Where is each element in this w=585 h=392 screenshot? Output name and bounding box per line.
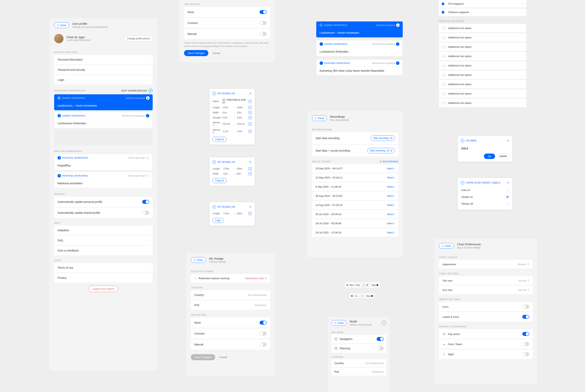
inactive-hud-row[interactable]: +Additional hud option xyxy=(439,33,526,42)
toggle-switch[interactable] xyxy=(260,321,267,324)
save-button[interactable]: Save Changes xyxy=(191,354,215,360)
select-link[interactable]: Select› xyxy=(387,186,395,188)
active-hud-row[interactable]: ETA waypoint--- xyxy=(439,0,526,8)
workspace-card[interactable]: SHARED WORKSPACERemove from quickstart− … xyxy=(316,40,403,56)
cancel-button[interactable]: Cancel xyxy=(497,154,510,159)
plus-icon[interactable]: + xyxy=(442,36,446,39)
inactive-hud-row[interactable]: +Additional hud option xyxy=(439,61,526,70)
workspace-card[interactable]: SHARED WORKSPACE Remove from quickstart−… xyxy=(54,112,153,128)
deselect-route-link[interactable]: Deselecteer route✕ xyxy=(245,277,267,280)
toggle-switch[interactable] xyxy=(260,342,267,346)
stepper-icon[interactable]: ▲▼ xyxy=(528,263,529,266)
remove-icon[interactable]: − xyxy=(396,42,399,46)
ok-button[interactable]: Ok xyxy=(484,154,495,159)
close-icon[interactable]: ✕ xyxy=(506,139,510,142)
copy-icon[interactable]: ⎘ xyxy=(248,167,252,170)
select-link[interactable]: Select› xyxy=(387,231,395,234)
inactive-hud-row[interactable]: +Additional hud option xyxy=(439,98,526,107)
ws-action[interactable]: Add to quick start xyxy=(128,157,145,159)
stepper-icon[interactable]: ▲▼ xyxy=(528,288,529,292)
row-helpdesk[interactable]: Helpdesk› xyxy=(54,226,153,235)
ws-action[interactable]: Remove from quickstart xyxy=(372,43,395,45)
remove-icon[interactable]: − xyxy=(396,61,399,65)
toggle-switch[interactable] xyxy=(522,352,529,356)
inactive-hud-row[interactable]: +Additional hud option xyxy=(439,89,526,98)
copy-icon[interactable]: ⎘ xyxy=(248,106,252,109)
change-picture-button[interactable]: Change profile picture xyxy=(124,36,153,41)
workspace-card[interactable]: PERSONAL WORKSPACERemove from quickstart… xyxy=(316,59,403,76)
plus-icon[interactable]: + xyxy=(442,82,446,86)
rec-stop-button[interactable]: Stop xyxy=(366,295,373,297)
copy-icon[interactable]: ⎘ xyxy=(248,212,252,215)
recording-row[interactable]: 28 Aug 2020 – 00:13:54Select› xyxy=(312,192,398,200)
toggle-switch[interactable] xyxy=(142,200,149,204)
inactive-workspace-card[interactable]: PERSONAL WORKSPACE Add to quick start+ H… xyxy=(54,154,153,170)
radio-option[interactable]: Always on xyxy=(461,194,510,200)
close-button[interactable]: Close xyxy=(312,115,327,121)
close-icon[interactable]: ✕ xyxy=(248,92,252,95)
copy-all-button[interactable]: Copy all xyxy=(212,178,226,183)
toggle-switch[interactable] xyxy=(522,315,529,319)
recording-row[interactable]: 28 Jul 2020 – 05:38:46Select› xyxy=(312,219,398,228)
row-faq[interactable]: FAQ› xyxy=(54,236,153,245)
row-personal-info[interactable]: Personal information› xyxy=(54,55,153,64)
recording-row[interactable]: 29 Sep 2020 – 04:14:27Select› xyxy=(312,164,398,172)
select-link[interactable]: Select› xyxy=(387,222,395,225)
select-link[interactable]: Select› xyxy=(387,195,395,197)
inactive-hud-row[interactable]: +Additional hud option xyxy=(439,24,526,32)
rec-stop-button[interactable]: Stop xyxy=(372,284,378,286)
inactive-hud-row[interactable]: +Additional hud option xyxy=(439,70,526,79)
row-feedback[interactable]: Give us feedback› xyxy=(54,246,153,255)
copy-icon[interactable]: ⎘ xyxy=(248,130,252,133)
cancel-button[interactable]: Cancel xyxy=(210,50,222,56)
toggle-switch[interactable] xyxy=(522,332,529,336)
copy-icon[interactable]: ⎘ xyxy=(248,122,252,126)
plus-icon[interactable]: + xyxy=(442,54,446,58)
copy-icon[interactable]: ⎘ xyxy=(248,100,252,103)
ws-action[interactable]: Add to quick start xyxy=(128,174,145,177)
cancel-button[interactable]: Cancel xyxy=(217,354,229,360)
row-login[interactable]: Login› xyxy=(54,75,153,84)
recording-row[interactable]: 6 Sep 2020 – 11:39:19Select› xyxy=(312,182,398,191)
select-link[interactable]: Select› xyxy=(387,204,395,206)
toggle-switch[interactable] xyxy=(142,211,149,215)
text-size-row[interactable]: Text sizeNormal▲▼ xyxy=(439,276,533,285)
plus-icon[interactable]: + xyxy=(442,26,446,30)
plus-icon[interactable]: + xyxy=(442,45,446,49)
select-link[interactable]: Select› xyxy=(387,167,395,170)
country-row[interactable]: CountryThe Netherlands xyxy=(331,359,386,367)
close-button[interactable]: Close xyxy=(439,243,454,248)
inactive-workspace-card[interactable]: PERSONAL WORKSPACE Add to quick start+ W… xyxy=(54,172,153,188)
edit-workspaces-link[interactable]: Edit Workspaces xyxy=(121,88,153,93)
toggle-switch[interactable] xyxy=(260,10,267,14)
toggle-switch[interactable] xyxy=(260,32,267,36)
copy-all-button[interactable]: Copy all xyxy=(212,137,226,142)
row-privacy[interactable]: Privacy› xyxy=(54,273,153,282)
toggle-switch[interactable] xyxy=(522,305,529,308)
recording-row[interactable]: 29 Jul 2020 – 00:39:19Select› xyxy=(312,210,398,218)
stepper-icon[interactable]: ▲▼ xyxy=(528,279,529,282)
logout-button[interactable]: Logout from Qastor xyxy=(89,286,118,292)
toggle-switch[interactable] xyxy=(377,346,384,350)
icon-size-row[interactable]: Icon sizeNormal▲▼ xyxy=(439,286,533,294)
toggle-switch[interactable] xyxy=(260,21,267,25)
start-recording-button[interactable]: Start recording xyxy=(371,136,395,141)
close-button[interactable]: Close xyxy=(54,22,69,28)
remove-icon[interactable]: − xyxy=(146,114,149,118)
copy-icon[interactable]: ⎘ xyxy=(248,172,252,175)
close-button[interactable]: Close xyxy=(331,320,346,326)
copy-icon[interactable]: ⎘ xyxy=(248,116,252,119)
plus-icon[interactable]: + xyxy=(146,174,149,177)
select-link[interactable]: Select› xyxy=(387,176,395,179)
port-row[interactable]: PortRotterdam xyxy=(191,300,270,310)
inactive-hud-row[interactable]: +Additional hud option xyxy=(439,42,526,51)
appearance-row[interactable]: AppearanceModern▲▼ xyxy=(439,260,533,268)
toggle-switch[interactable] xyxy=(260,332,267,336)
plus-icon[interactable]: + xyxy=(146,156,149,159)
plus-icon[interactable]: + xyxy=(442,101,446,105)
recording-row[interactable]: 14 Sep 2020 – 02:26:11Select› xyxy=(312,174,398,182)
plus-icon[interactable]: + xyxy=(442,64,446,68)
workspace-card-selected[interactable]: SHARED WORKSPACESelected workspace● Lood… xyxy=(316,22,403,38)
radio-option[interactable]: Auto on xyxy=(461,187,510,194)
inactive-hud-row[interactable]: +Additional hud option xyxy=(439,52,526,60)
